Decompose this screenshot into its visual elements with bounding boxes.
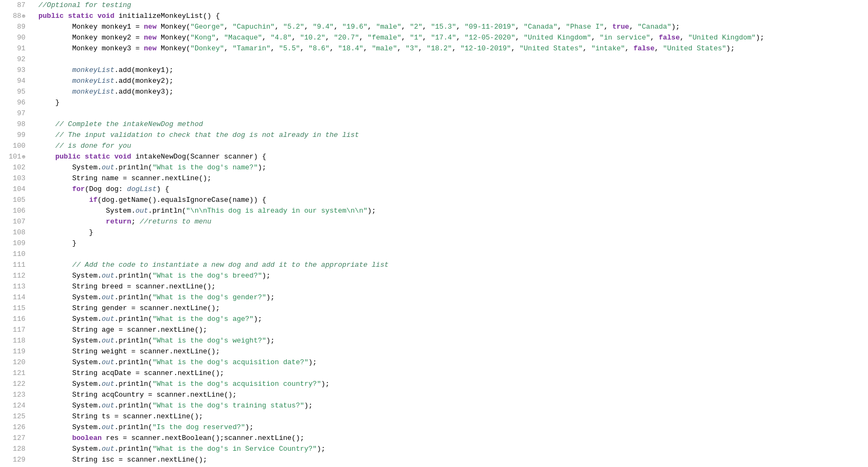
code-line-129: String isc = scanner.nextLine(); [38,455,868,465]
code-line-103: String name = scanner.nextLine(); [38,173,868,184]
line-num-93: 93 [0,65,25,76]
code-line-128: System.out.println("What is the dog's in… [38,444,868,455]
code-line-99: // The input validation to check that th… [38,130,868,141]
line-num-107: 107 [0,216,25,227]
code-line-97 [38,108,868,119]
code-line-117: String age = scanner.nextLine(); [38,325,868,336]
line-num-119: 119 [0,346,25,357]
line-num-114: 114 [0,292,25,303]
line-num-102: 102 [0,162,25,173]
line-num-112: 112 [0,271,25,281]
line-num-117: 117 [0,325,25,336]
code-line-125: String ts = scanner.nextLine(); [38,411,868,422]
line-num-91: 91 [0,43,25,54]
code-line-118: System.out.println("What is the dog's we… [38,336,868,346]
line-num-121: 121 [0,368,25,379]
code-line-123: String acqCountry = scanner.nextLine(); [38,390,868,400]
line-num-113: 113 [0,281,25,292]
line-num-118: 118 [0,336,25,346]
code-line-98: // Complete the intakeNewDog method [38,119,868,130]
code-content: //Optional for testingpublic static void… [30,0,868,467]
line-num-120: 120 [0,357,25,368]
line-num-122: 122 [0,379,25,390]
code-line-111: // Add the code to instantiate a new dog… [38,260,868,271]
code-line-106: System.out.println("\n\nThis dog is alre… [38,206,868,216]
code-line-127: boolean res = scanner.nextBoolean();scan… [38,433,868,444]
line-num-109: 109 [0,238,25,249]
line-num-111: 111 [0,260,25,271]
code-line-94: monkeyList.add(monkey2); [38,76,868,87]
line-num-96: 96 [0,97,25,108]
code-line-96: } [38,97,868,108]
line-num-129: 129 [0,455,25,465]
line-num-106: 106 [0,206,25,216]
code-line-90: Monkey monkey2 = new Monkey("Kong", "Mac… [38,32,868,43]
line-num-95: 95 [0,87,25,97]
code-line-110 [38,249,868,260]
code-line-126: System.out.println("Is the dog reserved?… [38,422,868,433]
line-num-123: 123 [0,390,25,400]
code-line-105: if(dog.getName().equalsIgnoreCase(name))… [38,195,868,206]
code-line-93: monkeyList.add(monkey1); [38,65,868,76]
code-line-100: // is done for you [38,141,868,152]
line-number-gutter: 8788⊕8990919293949596979899100101⊕102103… [0,0,30,467]
line-num-125: 125 [0,411,25,422]
line-num-94: 94 [0,76,25,87]
code-line-122: System.out.println("What is the dog's ac… [38,379,868,390]
code-line-116: System.out.println("What is the dog's ag… [38,314,868,325]
code-line-121: String acqDate = scanner.nextLine(); [38,368,868,379]
line-num-98: 98 [0,119,25,130]
line-num-101: 101⊕ [0,152,25,162]
code-line-95: monkeyList.add(monkey3); [38,87,868,97]
code-line-112: System.out.println("What is the dog's br… [38,271,868,281]
code-line-87: //Optional for testing [38,0,868,11]
line-num-87: 87 [0,0,25,11]
code-line-109: } [38,238,868,249]
code-line-107: return; //returns to menu [38,216,868,227]
line-num-97: 97 [0,108,25,119]
line-num-100: 100 [0,141,25,152]
line-num-108: 108 [0,227,25,238]
line-num-99: 99 [0,130,25,141]
code-line-119: String weight = scanner.nextLine(); [38,346,868,357]
code-line-88: public static void initializeMonkeyList(… [38,11,868,22]
code-line-113: String breed = scanner.nextLine(); [38,281,868,292]
code-line-91: Monkey monkey3 = new Monkey("Donkey", "T… [38,43,868,54]
line-num-92: 92 [0,54,25,65]
line-num-127: 127 [0,433,25,444]
line-num-105: 105 [0,195,25,206]
code-line-102: System.out.println("What is the dog's na… [38,162,868,173]
line-num-126: 126 [0,422,25,433]
code-line-101: public static void intakeNewDog(Scanner … [38,152,868,162]
code-line-108: } [38,227,868,238]
line-num-115: 115 [0,303,25,314]
line-num-128: 128 [0,444,25,455]
line-num-110: 110 [0,249,25,260]
code-line-124: System.out.println("What is the dog's tr… [38,400,868,411]
line-num-103: 103 [0,173,25,184]
code-line-92 [38,54,868,65]
code-line-114: System.out.println("What is the dog's ge… [38,292,868,303]
line-num-116: 116 [0,314,25,325]
code-line-115: String gender = scanner.nextLine(); [38,303,868,314]
line-num-90: 90 [0,32,25,43]
line-num-89: 89 [0,22,25,32]
code-line-104: for(Dog dog: dogList) { [38,184,868,195]
code-editor: 8788⊕8990919293949596979899100101⊕102103… [0,0,868,467]
line-num-88: 88⊕ [0,11,25,22]
line-num-104: 104 [0,184,25,195]
line-num-124: 124 [0,400,25,411]
code-line-89: Monkey monkey1 = new Monkey("George", "C… [38,22,868,32]
code-line-120: System.out.println("What is the dog's ac… [38,357,868,368]
